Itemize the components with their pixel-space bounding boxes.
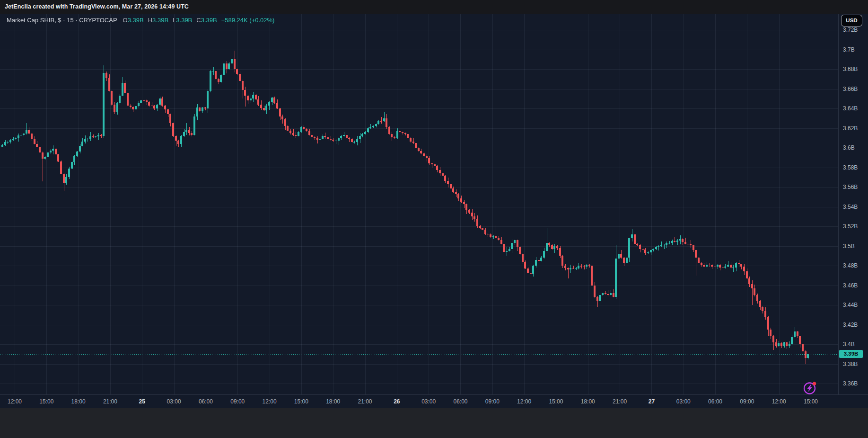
time-tick-label: 09:00	[740, 398, 754, 405]
price-tick-label: 3.68B	[843, 66, 868, 72]
price-tick-label: 3.36B	[843, 380, 868, 387]
time-tick-label: 15:00	[549, 398, 563, 405]
symbol-title: Market Cap SHIB, $ · 15 · CRYPTOCAP	[7, 17, 117, 24]
lightning-icon	[802, 380, 819, 396]
attribution-text: JetEncila created with TradingView.com, …	[5, 3, 189, 10]
price-tick-label: 3.38B	[843, 361, 868, 367]
chart-surface[interactable]	[0, 14, 838, 394]
time-tick-label: 18:00	[71, 398, 86, 405]
time-tick-label: 09:00	[485, 398, 500, 405]
price-tick-label: 3.44B	[843, 302, 868, 308]
price-tick-label: 3.6B	[843, 144, 868, 151]
price-tick-label: 3.46B	[843, 282, 868, 289]
time-tick-label: 03:00	[167, 398, 181, 405]
time-tick-label: 21:00	[613, 398, 627, 405]
price-tick-label: 3.72B	[843, 27, 868, 33]
time-tick-label: 03:00	[421, 398, 436, 405]
ohlc-item-value: 3.39B	[176, 17, 192, 24]
ohlc-item-value: 3.39B	[152, 17, 168, 24]
candlestick-canvas[interactable]	[0, 14, 838, 394]
last-price-badge: 3.39B	[839, 350, 863, 358]
time-tick-day-label: 25	[139, 398, 145, 405]
time-tick-label: 18:00	[326, 398, 340, 405]
price-tick-label: 3.4B	[843, 341, 868, 348]
time-axis[interactable]: 12:0015:0018:0021:002503:0006:0009:0012:…	[0, 394, 868, 408]
price-tick-label: 3.5B	[843, 243, 868, 250]
ohlc-item: O3.39B	[123, 17, 144, 24]
tradingview-published-chart: JetEncila created with TradingView.com, …	[0, 0, 868, 438]
time-tick-label: 15:00	[39, 398, 53, 405]
time-tick-label: 21:00	[358, 398, 372, 405]
price-tick-label: 3.56B	[843, 184, 868, 190]
time-tick-label: 15:00	[294, 398, 308, 405]
price-tick-label: 3.7B	[843, 46, 868, 53]
price-tick-label: 3.62B	[843, 125, 868, 132]
time-tick-day-label: 26	[394, 398, 400, 405]
price-tick-label: 3.48B	[843, 262, 868, 269]
attribution-bar: JetEncila created with TradingView.com, …	[0, 0, 868, 14]
time-tick-label: 18:00	[581, 398, 595, 405]
time-tick-label: 15:00	[804, 398, 818, 405]
price-tick-label: 3.42B	[843, 322, 868, 328]
time-tick-label: 03:00	[676, 398, 691, 405]
ohlc-item: L3.39B	[173, 17, 192, 24]
time-tick-label: 06:00	[708, 398, 722, 405]
price-tick-label: 3.64B	[843, 105, 868, 112]
change-value: +589.24K (+0.02%)	[221, 17, 275, 24]
price-tick-label: 3.54B	[843, 204, 868, 210]
symbol-legend: Market Cap SHIB, $ · 15 · CRYPTOCAPO3.39…	[7, 17, 274, 24]
price-tick-label: 3.52B	[843, 223, 868, 230]
time-tick-label: 12:00	[263, 398, 277, 405]
realtime-flash-button[interactable]	[802, 380, 819, 396]
ohlc-item: H3.39B	[148, 17, 168, 24]
time-tick-label: 06:00	[199, 398, 213, 405]
price-tick-label: 3.58B	[843, 164, 868, 171]
ohlc-item-value: 3.39B	[201, 17, 217, 24]
time-tick-day-label: 27	[649, 398, 655, 405]
time-tick-label: 12:00	[772, 398, 786, 405]
currency-toggle-button[interactable]: USD	[841, 15, 862, 27]
time-tick-label: 21:00	[103, 398, 117, 405]
footer-bar: TradingView	[0, 408, 868, 438]
alert-dot-icon	[813, 382, 816, 385]
time-tick-label: 12:00	[8, 398, 22, 405]
ohlc-item-value: 3.39B	[128, 17, 144, 24]
ohlc-item: C3.39B	[196, 17, 217, 24]
time-tick-label: 09:00	[230, 398, 245, 405]
time-tick-label: 06:00	[453, 398, 467, 405]
time-tick-label: 12:00	[517, 398, 531, 405]
ohlc-values: O3.39BH3.39BL3.39BC3.39B	[123, 17, 221, 24]
price-tick-label: 3.66B	[843, 86, 868, 92]
price-axis[interactable]: USD 3.72B3.7B3.68B3.66B3.64B3.62B3.6B3.5…	[838, 14, 868, 408]
